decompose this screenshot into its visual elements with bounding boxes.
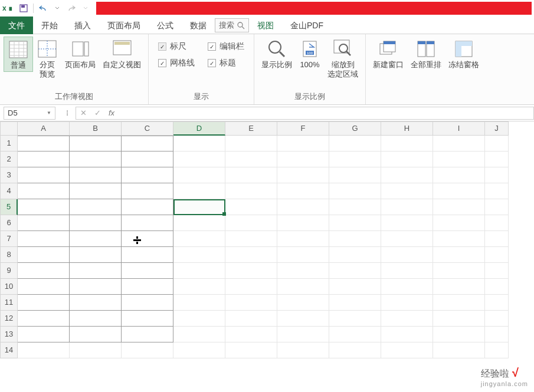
cell[interactable] (381, 183, 433, 199)
cell[interactable] (122, 183, 173, 199)
tab-jinshan-pdf[interactable]: 金山PDF (282, 17, 332, 34)
cell[interactable] (277, 295, 329, 311)
cell[interactable] (122, 263, 173, 279)
cell[interactable] (485, 136, 509, 151)
cell[interactable] (381, 311, 433, 327)
cell[interactable] (277, 263, 329, 279)
view-custom-button[interactable]: 自定义视图 (99, 37, 145, 71)
cell[interactable] (225, 342, 277, 358)
cell[interactable] (433, 183, 485, 199)
zoom-button[interactable]: 显示比例 (258, 37, 296, 71)
cell[interactable] (433, 167, 485, 183)
cell[interactable] (381, 199, 433, 215)
cell[interactable] (485, 231, 509, 247)
cell[interactable] (70, 151, 122, 167)
enter-formula-icon[interactable]: ✓ (90, 108, 104, 117)
cell[interactable] (277, 215, 329, 231)
cell[interactable] (70, 279, 122, 295)
cell[interactable] (122, 231, 173, 247)
view-pagelayout-button[interactable]: 页面布局 (61, 37, 99, 71)
cell[interactable] (485, 263, 509, 279)
cell[interactable] (173, 295, 225, 311)
name-box[interactable]: D5▼ (4, 107, 55, 120)
cell[interactable] (70, 183, 122, 199)
cell[interactable] (173, 136, 225, 151)
cell[interactable] (277, 199, 329, 215)
redo-icon[interactable] (65, 2, 78, 15)
cell[interactable] (433, 342, 485, 358)
row-header[interactable]: 13 (0, 327, 18, 342)
cell[interactable] (173, 167, 225, 183)
cell[interactable] (485, 215, 509, 231)
cell[interactable] (433, 215, 485, 231)
cell[interactable] (18, 231, 70, 247)
cell[interactable] (277, 183, 329, 199)
cell[interactable] (433, 311, 485, 327)
new-window-button[interactable]: 新建窗口 (369, 37, 407, 71)
row-header[interactable]: 10 (0, 279, 18, 295)
row-header[interactable]: 14 (0, 342, 18, 358)
cell[interactable] (381, 136, 433, 151)
cell[interactable] (18, 279, 70, 295)
col-header[interactable]: G (329, 121, 381, 136)
cell[interactable] (18, 327, 70, 342)
cell[interactable] (433, 327, 485, 342)
cell[interactable] (433, 151, 485, 167)
cell[interactable] (381, 263, 433, 279)
undo-icon[interactable] (37, 2, 50, 15)
cell[interactable] (329, 231, 381, 247)
cell[interactable] (225, 183, 277, 199)
cell[interactable] (225, 311, 277, 327)
row-header[interactable]: 6 (0, 215, 18, 231)
zoom-100-button[interactable]: 100100% (296, 37, 324, 71)
cell[interactable] (485, 327, 509, 342)
cell[interactable] (225, 231, 277, 247)
checkbox-formulabar[interactable]: ✓编辑栏 (208, 41, 244, 52)
cell[interactable] (433, 263, 485, 279)
cell[interactable] (173, 311, 225, 327)
view-normal-button[interactable]: 普通 (4, 37, 33, 72)
cell[interactable] (173, 327, 225, 342)
cell[interactable] (18, 295, 70, 311)
cell[interactable] (277, 327, 329, 342)
row-header[interactable]: 4 (0, 183, 18, 199)
cell[interactable] (225, 327, 277, 342)
cell[interactable] (173, 151, 225, 167)
cell[interactable] (122, 327, 173, 342)
freeze-panes-button[interactable]: 冻结窗格 (445, 37, 483, 71)
row-header[interactable]: 12 (0, 311, 18, 327)
formula-input[interactable] (119, 107, 534, 120)
cell[interactable] (277, 247, 329, 263)
cell[interactable] (433, 231, 485, 247)
cell[interactable] (70, 231, 122, 247)
row-header[interactable]: 2 (0, 151, 18, 167)
row-header[interactable]: 9 (0, 263, 18, 279)
tab-file[interactable]: 文件 (0, 17, 33, 34)
row-header[interactable]: 5 (0, 199, 18, 215)
cell[interactable] (381, 215, 433, 231)
cell[interactable] (70, 199, 122, 215)
col-header[interactable]: I (433, 121, 485, 136)
select-all-corner[interactable] (0, 121, 18, 136)
cell[interactable] (225, 247, 277, 263)
view-pagebreak-button[interactable]: 分页 预览 (33, 37, 61, 80)
cell[interactable] (18, 342, 70, 358)
cell[interactable] (18, 215, 70, 231)
cancel-formula-icon[interactable]: ✕ (76, 108, 90, 117)
cell[interactable] (70, 327, 122, 342)
cell[interactable] (70, 311, 122, 327)
cell[interactable] (381, 151, 433, 167)
cell[interactable] (329, 263, 381, 279)
cell[interactable] (433, 295, 485, 311)
cell[interactable] (381, 295, 433, 311)
cell[interactable] (485, 311, 509, 327)
checkbox-ruler[interactable]: ✓标尺 (158, 41, 195, 52)
cell[interactable] (18, 183, 70, 199)
tab-formula[interactable]: 公式 (149, 17, 182, 34)
namebox-dropdown-icon[interactable]: ▼ (47, 110, 51, 116)
cell[interactable] (433, 247, 485, 263)
cell[interactable] (381, 247, 433, 263)
cell[interactable] (329, 199, 381, 215)
cell[interactable] (18, 199, 70, 215)
cell[interactable] (18, 247, 70, 263)
